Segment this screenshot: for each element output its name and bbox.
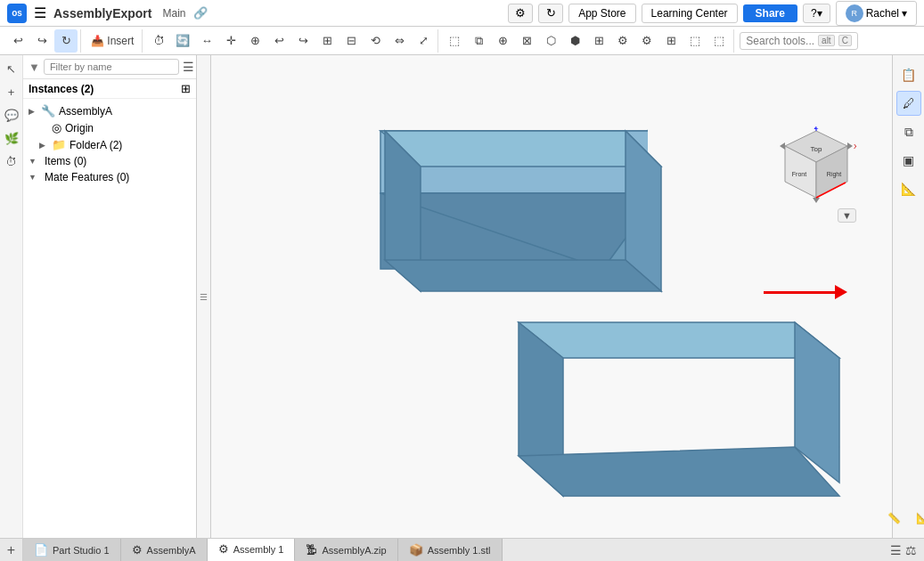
tool16[interactable]: ⊠ xyxy=(515,29,538,53)
help-button[interactable]: ?▾ xyxy=(803,4,830,23)
tool4[interactable]: ✛ xyxy=(219,29,242,53)
tool23[interactable]: ⬚ xyxy=(683,29,707,53)
svg-marker-23 xyxy=(813,198,820,203)
svg-text:Front: Front xyxy=(792,171,806,177)
tool9[interactable]: ⊟ xyxy=(339,29,363,53)
calc-tool-icon[interactable]: 📐 xyxy=(911,506,925,531)
redo-button[interactable]: ↪ xyxy=(30,29,53,53)
search-label: Search tools... xyxy=(746,35,814,47)
bottom-scale-icon[interactable]: ⚖ xyxy=(905,543,917,557)
tree-item-origin[interactable]: ◎ Origin xyxy=(23,119,196,136)
tool12[interactable]: ⤢ xyxy=(412,29,435,53)
user-name: Rachel xyxy=(866,7,899,20)
left-icon-cursor[interactable]: ↖ xyxy=(2,59,21,78)
items-label: Items (0) xyxy=(45,155,86,167)
right-panel-measure-icon[interactable]: 📐 xyxy=(896,176,921,201)
filter-input[interactable] xyxy=(44,59,179,75)
measure-tool-icon[interactable]: 📏 xyxy=(882,506,907,531)
expand-icon: ▼ xyxy=(29,173,37,182)
undo-button[interactable]: ↩ xyxy=(6,29,29,53)
tab-stl-icon: 📦 xyxy=(409,543,423,557)
tool20[interactable]: ⚙ xyxy=(611,29,634,53)
origin-label: Origin xyxy=(65,122,94,134)
bottom-list-icon[interactable]: ☰ xyxy=(890,543,902,557)
svg-marker-13 xyxy=(519,447,839,496)
mate-label: Mate Features (0) xyxy=(45,171,129,183)
folder-a-label: FolderA (2) xyxy=(70,139,122,151)
svg-text:Z: Z xyxy=(814,126,819,131)
tab-assembly-1[interactable]: ⚙ Assembly 1 xyxy=(208,539,296,562)
tree-item-assembly-a[interactable]: ▶ 🔧 AssemblyA xyxy=(23,102,196,119)
share-button[interactable]: Share xyxy=(743,4,797,22)
tool10[interactable]: ⟲ xyxy=(364,29,387,53)
search-key1: alt xyxy=(818,35,835,46)
collapse-handle[interactable]: ☰ xyxy=(197,55,211,538)
tree-item-mate-features[interactable]: ▼ Mate Features (0) xyxy=(23,169,196,185)
search-key2: C xyxy=(838,35,852,46)
left-icon-clock[interactable]: ⏱ xyxy=(2,151,21,171)
tool22[interactable]: ⊞ xyxy=(659,29,683,53)
tool11[interactable]: ⇔ xyxy=(388,29,411,53)
right-panel-display-icon[interactable]: ▣ xyxy=(896,148,921,173)
tab-part-studio-icon: 📄 xyxy=(34,543,48,557)
box1-svg xyxy=(323,113,661,336)
tab-zip-icon: 🗜 xyxy=(306,543,317,557)
tree-item-items[interactable]: ▼ Items (0) xyxy=(23,153,196,169)
tool15[interactable]: ⊕ xyxy=(491,29,514,53)
tool2[interactable]: 🔄 xyxy=(171,29,194,53)
left-icon-add[interactable]: + xyxy=(2,82,21,102)
view-options-btn[interactable]: ▼ xyxy=(838,208,856,223)
tab-assembly-a-zip[interactable]: 🗜 AssemblyA.zip xyxy=(295,539,397,562)
instances-header: Instances (2) ⊞ xyxy=(23,79,196,99)
tool14[interactable]: ⧉ xyxy=(467,29,490,53)
nav-cube[interactable]: Top Front Right Z X ▼ xyxy=(776,126,856,207)
right-panel-list-icon[interactable]: 📋 xyxy=(896,62,921,87)
svg-marker-10 xyxy=(519,322,839,358)
app-store-button[interactable]: App Store xyxy=(568,4,635,23)
tool13[interactable]: ⬚ xyxy=(443,29,466,53)
assembly-icon: 🔧 xyxy=(41,104,55,118)
left-icon-tree[interactable]: 🌿 xyxy=(2,128,21,148)
filter-menu-btn[interactable]: ☰ xyxy=(183,60,194,74)
tool18[interactable]: ⬢ xyxy=(563,29,586,53)
tool19[interactable]: ⊞ xyxy=(587,29,610,53)
tab-assembly-1-stl[interactable]: 📦 Assembly 1.stl xyxy=(398,539,503,562)
tool5[interactable]: ⊕ xyxy=(243,29,266,53)
tab-assembly-a[interactable]: ⚙ AssemblyA xyxy=(121,539,208,562)
search-tools[interactable]: Search tools... alt C xyxy=(740,32,858,50)
user-menu-button[interactable]: R Rachel ▾ xyxy=(836,1,917,26)
tool6[interactable]: ↩ xyxy=(267,29,290,53)
svg-text:Right: Right xyxy=(827,171,841,178)
tool17[interactable]: ⬡ xyxy=(539,29,562,53)
tool8[interactable]: ⊞ xyxy=(315,29,339,53)
tool21[interactable]: ⚙ xyxy=(635,29,658,53)
refresh-button[interactable]: ↻ xyxy=(54,29,78,53)
canvas[interactable]: Top Front Right Z X ▼ xyxy=(211,55,892,538)
expand-icon: ▼ xyxy=(29,157,37,166)
tab-assembly-1-label: Assembly 1 xyxy=(233,544,284,555)
tool7[interactable]: ↪ xyxy=(291,29,315,53)
sync-icon-btn[interactable]: ↻ xyxy=(538,4,563,23)
right-panel-highlight-icon[interactable]: 🖊 xyxy=(896,91,921,116)
tab-part-studio-label: Part Studio 1 xyxy=(53,545,110,556)
settings-icon-btn[interactable]: ⚙ xyxy=(508,4,533,23)
svg-text:X: X xyxy=(854,142,856,150)
tool1[interactable]: ⏱ xyxy=(147,29,170,53)
tool24[interactable]: ⬚ xyxy=(707,29,731,53)
tab-part-studio-1[interactable]: 📄 Part Studio 1 xyxy=(23,539,121,562)
right-panel-stack-icon[interactable]: ⧉ xyxy=(896,119,921,144)
left-icon-chat[interactable]: 💬 xyxy=(2,105,21,125)
tree-item-folder-a[interactable]: ▶ 📁 FolderA (2) xyxy=(23,136,196,153)
hamburger-menu[interactable]: ☰ xyxy=(34,4,46,21)
tab-assembly-a-icon: ⚙ xyxy=(132,543,143,557)
instances-add-icon[interactable]: ⊞ xyxy=(181,82,191,95)
add-tab-button[interactable]: + xyxy=(0,539,23,562)
bottombar: + 📄 Part Studio 1 ⚙ AssemblyA ⚙ Assembly… xyxy=(0,538,924,561)
insert-button[interactable]: 📥 Insert xyxy=(86,29,139,53)
tool3[interactable]: ↔ xyxy=(195,29,218,53)
toolbar-undo-group: ↩ ↪ ↻ xyxy=(4,29,81,53)
topbar: os ☰ AssemblyExport Main 🔗 ⚙ ↻ App Store… xyxy=(0,0,924,27)
expand-icon: ▶ xyxy=(29,107,37,116)
learning-center-button[interactable]: Learning Center xyxy=(642,4,738,23)
main-link[interactable]: Main xyxy=(162,7,185,20)
